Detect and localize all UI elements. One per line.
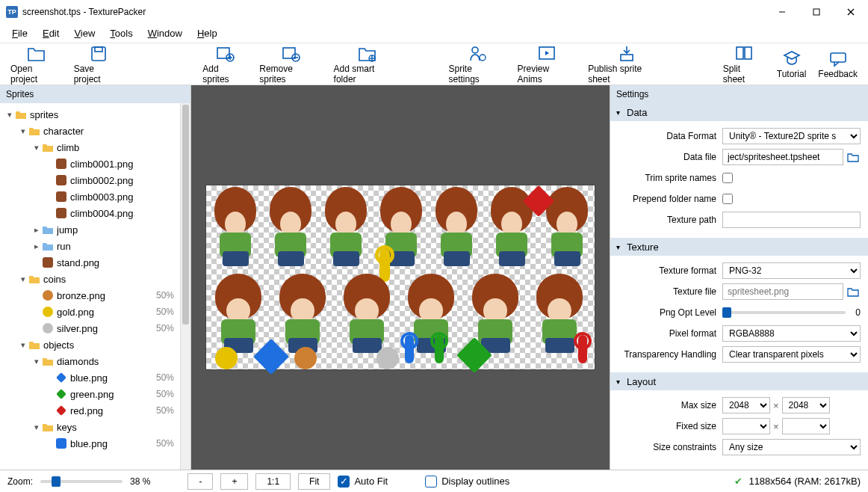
menu-file[interactable]: File xyxy=(4,25,35,42)
chevron-down-icon[interactable]: ▾ xyxy=(31,143,42,153)
tree-row[interactable]: ▾diamonds xyxy=(0,353,180,369)
feedback-button[interactable]: Feedback xyxy=(812,48,864,81)
zoom-slider[interactable] xyxy=(40,480,123,483)
tree-row[interactable]: ▸jump xyxy=(0,221,180,238)
canvas-viewport[interactable] xyxy=(191,85,610,470)
sprites-scrollbar[interactable] xyxy=(180,103,190,470)
tree-row[interactable]: ▾climb xyxy=(0,139,180,156)
zoom-in-button[interactable]: + xyxy=(220,473,248,490)
diamond-icon xyxy=(55,388,67,400)
sprite-icon xyxy=(55,174,67,186)
split-sheet-button[interactable]: Split sheet xyxy=(717,43,771,86)
tree-label: keys xyxy=(57,422,147,433)
tree-row[interactable]: ▾character xyxy=(0,123,180,139)
tree-label: climb0001.png xyxy=(70,159,147,170)
publish-sprite-sheet-button[interactable]: Publish sprite sheet xyxy=(582,43,672,86)
svg-rect-6 xyxy=(217,48,229,58)
checkbox-label: Display outlines xyxy=(441,476,509,487)
zoom-out-button[interactable]: - xyxy=(187,473,213,490)
maximize-button[interactable] xyxy=(799,0,834,24)
texture-file-input[interactable] xyxy=(722,283,843,300)
tree-label: sprites xyxy=(30,109,147,120)
texture-path-input[interactable] xyxy=(722,212,861,228)
tree-row[interactable]: stand.png xyxy=(0,254,180,271)
tree-row[interactable]: ▾objects xyxy=(0,336,180,353)
tree-row[interactable]: climb0001.png xyxy=(0,156,180,172)
zoom-11-button[interactable]: 1:1 xyxy=(255,473,291,490)
browse-file-button[interactable] xyxy=(846,149,861,165)
chevron-down-icon[interactable]: ▾ xyxy=(18,274,28,284)
chevron-right-icon[interactable]: ▸ xyxy=(31,242,42,251)
chevron-down-icon[interactable]: ▾ xyxy=(31,357,42,366)
zoom-fit-button[interactable]: Fit xyxy=(298,473,330,490)
tree-row[interactable]: climb0004.png xyxy=(0,205,180,221)
tree-row[interactable]: gold.png50% xyxy=(0,304,180,320)
section-texture-header[interactable]: ▾Texture xyxy=(610,238,868,256)
fixed-height-select[interactable] xyxy=(782,418,830,434)
open-project-button[interactable]: Open project xyxy=(4,43,68,86)
menu-window[interactable]: Window xyxy=(140,25,190,42)
scroll-thumb[interactable] xyxy=(182,105,189,325)
label: Texture path xyxy=(618,215,722,225)
auto-fit-checkbox[interactable]: ✓Auto Fit xyxy=(338,476,388,488)
tree-row[interactable]: bronze.png50% xyxy=(0,287,180,304)
section-data-header[interactable]: ▾Data xyxy=(610,103,868,121)
display-outlines-checkbox[interactable]: Display outlines xyxy=(425,476,509,488)
tutorial-button[interactable]: Tutorial xyxy=(771,48,813,81)
character-sprite xyxy=(209,274,267,356)
transparency-select[interactable]: Clear transparent pixels xyxy=(722,346,861,363)
trim-sprite-names-checkbox[interactable] xyxy=(722,173,733,183)
save-project-button[interactable]: Save project xyxy=(68,43,130,86)
texture-format-select[interactable]: PNG-32 xyxy=(722,262,861,279)
chevron-down-icon[interactable]: ▾ xyxy=(31,422,42,432)
chevron-down-icon[interactable]: ▾ xyxy=(18,340,28,350)
tree-row[interactable]: blue.png50% xyxy=(0,369,180,386)
menu-help[interactable]: Help xyxy=(190,25,225,42)
tree-row[interactable]: climb0003.png xyxy=(0,188,180,205)
section-layout-body: Max size2048×2048 Fixed size× Size const… xyxy=(610,390,868,465)
add-smart-folder-button[interactable]: Add smart folder xyxy=(328,43,406,86)
slider-thumb[interactable] xyxy=(722,307,731,318)
add-sprites-button[interactable]: Add sprites xyxy=(196,43,253,86)
titlebar: TP screenshot.tps - TexturePacker xyxy=(0,0,868,24)
chevron-right-icon[interactable]: ▸ xyxy=(31,225,42,235)
tree-row[interactable]: green.png50% xyxy=(0,386,180,402)
chevron-down-icon[interactable]: ▾ xyxy=(4,110,15,120)
checkbox-icon xyxy=(425,476,437,488)
tree-row[interactable]: climb0002.png xyxy=(0,172,180,188)
close-button[interactable] xyxy=(834,0,868,24)
tree-row[interactable]: ▾keys xyxy=(0,419,180,435)
tree-row[interactable]: ▸run xyxy=(0,238,180,254)
browse-file-button[interactable] xyxy=(846,283,861,300)
menu-tools[interactable]: Tools xyxy=(102,25,140,42)
svg-marker-19 xyxy=(545,51,549,55)
svg-rect-20 xyxy=(621,55,633,61)
tree-row[interactable]: ▾sprites xyxy=(0,106,180,123)
remove-sprites-button[interactable]: Remove sprites xyxy=(253,43,327,86)
data-format-select[interactable]: Unity® - Texture2D sprite s xyxy=(722,128,861,144)
tree-row[interactable]: red.png50% xyxy=(0,402,180,419)
tree-row[interactable]: ▾coins xyxy=(0,271,180,287)
section-layout-header[interactable]: ▾Layout xyxy=(610,372,868,390)
fixed-width-select[interactable] xyxy=(722,418,770,434)
png-opt-slider[interactable] xyxy=(722,311,846,314)
data-file-input[interactable] xyxy=(722,149,843,165)
folder-icon xyxy=(42,421,54,433)
max-height-select[interactable]: 2048 xyxy=(782,397,830,413)
size-constraints-select[interactable]: Any size xyxy=(722,439,861,455)
menu-view[interactable]: View xyxy=(66,25,102,42)
max-width-select[interactable]: 2048 xyxy=(722,397,770,413)
slider-thumb[interactable] xyxy=(52,476,61,487)
chevron-down-icon[interactable]: ▾ xyxy=(18,126,28,136)
tree-label: diamonds xyxy=(57,356,147,367)
preview-anims-button[interactable]: Preview Anims xyxy=(512,43,583,86)
sprite-settings-button[interactable]: Sprite settings xyxy=(443,43,512,86)
minimize-button[interactable] xyxy=(765,0,799,24)
tree-row[interactable]: silver.png50% xyxy=(0,320,180,336)
tree-row[interactable]: blue.png50% xyxy=(0,435,180,452)
menu-edit[interactable]: Edit xyxy=(35,25,66,42)
pixel-format-select[interactable]: RGBA8888 xyxy=(722,325,861,342)
tree-label: blue.png xyxy=(70,372,147,384)
prepend-folder-name-checkbox[interactable] xyxy=(722,194,733,204)
sprite-tree[interactable]: ▾sprites▾character▾climbclimb0001.pngcli… xyxy=(0,103,180,470)
